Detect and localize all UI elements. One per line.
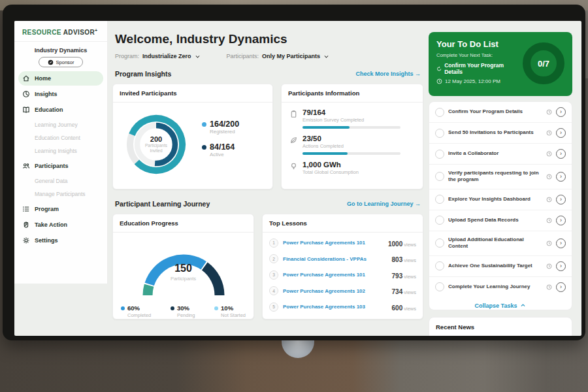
sidebar-item-label: Program <box>35 206 59 212</box>
dashboard-screen: RESOURCE ADVISOR+ Industry Dynamics Spon… <box>14 21 581 336</box>
survey-clipboard-icon <box>289 110 298 118</box>
open-task-button[interactable]: › <box>556 149 566 159</box>
sidebar-item-settings[interactable]: Settings <box>18 233 103 248</box>
todo-task-row[interactable]: Complete Your Learning Journey › <box>429 277 572 297</box>
section-title: Participant Learning Journey <box>115 200 210 208</box>
actions-progress-bar <box>302 152 400 155</box>
participants-dropdown[interactable]: Participants: Only My Participants <box>227 53 330 59</box>
todo-subtitle: Complete Your Next Task: <box>436 52 516 58</box>
pending-label: Pending <box>177 312 195 318</box>
lesson-row: 5 Power Purchase Agreements 103 600views <box>263 297 423 313</box>
chevron-up-icon <box>520 302 526 308</box>
arrow-right-icon: → <box>415 201 421 207</box>
clock-icon <box>546 284 552 290</box>
task-checkbox[interactable] <box>435 261 444 270</box>
pending-dot <box>171 306 174 310</box>
sidebar-item-participants[interactable]: Participants <box>18 159 103 173</box>
sidebar-item-learning-journey[interactable]: Learning Journey <box>18 118 103 131</box>
insights-icon <box>22 90 30 98</box>
open-task-button[interactable]: › <box>556 282 566 292</box>
lesson-link[interactable]: Financial Considerations - VPPAs <box>283 256 387 262</box>
sidebar-item-label: Education <box>35 106 63 113</box>
not-started-value: 10% <box>221 304 233 312</box>
stat-label: Emission Survey Completed <box>302 117 400 123</box>
active-label: Active <box>210 152 239 157</box>
sidebar-item-label: Take Action <box>35 221 67 228</box>
lesson-link[interactable]: Power Purchase Agreements 101 <box>283 272 387 278</box>
todo-summary-card: Your To Do List Complete Your Next Task:… <box>429 32 572 96</box>
lesson-rank: 5 <box>269 302 278 312</box>
lesson-rank: 2 <box>269 254 278 263</box>
open-task-button[interactable]: › <box>556 216 566 225</box>
todo-task-row[interactable]: Upload Spend Data Records › <box>429 210 572 231</box>
stat-value: 23/50 <box>302 135 400 142</box>
brand-left: RESOURCE <box>22 29 61 36</box>
todo-task-row[interactable]: Send 50 Invitations to Participants › <box>429 123 572 144</box>
open-task-button[interactable]: › <box>556 261 566 271</box>
open-task-button[interactable]: › <box>556 128 566 138</box>
sidebar-item-learning-insights[interactable]: Learning Insights <box>18 144 103 157</box>
sidebar-item-home[interactable]: Home <box>18 71 103 86</box>
views-count: 803 <box>392 256 403 263</box>
views-word: views <box>404 306 416 312</box>
task-checkbox[interactable] <box>435 216 444 225</box>
task-checkbox[interactable] <box>435 195 444 204</box>
task-checkbox[interactable] <box>435 172 444 181</box>
lesson-rank: 3 <box>269 270 278 280</box>
gear-icon <box>22 237 30 244</box>
not-started-dot <box>214 306 218 310</box>
page-title: Welcome, Industry Dynamics <box>115 32 429 46</box>
todo-task-row[interactable]: Achieve One Sustainability Target › <box>429 256 572 277</box>
stat-label: Total Global Consumption <box>302 169 359 175</box>
app-logo: RESOURCE ADVISOR+ <box>14 21 107 42</box>
check-more-insights-link[interactable]: Check More Insights → <box>355 71 421 77</box>
open-task-button[interactable]: › <box>556 107 566 117</box>
task-checkbox[interactable] <box>435 150 444 159</box>
clock-icon <box>546 174 552 180</box>
todo-task-row[interactable]: Confirm Your Program Details › <box>429 102 572 123</box>
active-value: 84/164 <box>210 142 235 152</box>
sidebar-item-take-action[interactable]: Take Action <box>18 218 103 232</box>
sidebar-nav: Home Insights Education Learning Journey… <box>14 71 107 248</box>
participants-value: Only My Participants <box>262 53 320 59</box>
lesson-row: 3 Power Purchase Agreements 101 793views <box>263 265 423 281</box>
go-to-learning-journey-link[interactable]: Go to Learning Journey → <box>347 201 421 207</box>
chevron-down-icon <box>195 54 201 59</box>
todo-task-row[interactable]: Verify participants requesting to join t… <box>429 165 572 189</box>
sidebar-item-general-data[interactable]: General Data <box>18 174 103 188</box>
take-action-hand-icon <box>22 221 30 229</box>
sidebar-item-label: Insights <box>35 91 57 97</box>
sidebar-item-education[interactable]: Education <box>18 103 103 117</box>
todo-progress-ring: 0/7 <box>523 42 564 84</box>
program-value: Industrialize Zero <box>142 53 191 59</box>
open-task-button[interactable]: › <box>556 172 566 182</box>
task-checkbox[interactable] <box>435 129 444 138</box>
lesson-link[interactable]: Power Purchase Agreements 102 <box>283 288 387 294</box>
clock-icon <box>546 263 552 269</box>
open-task-button[interactable]: › <box>556 195 566 204</box>
program-dropdown[interactable]: Program: Industrialize Zero <box>115 53 201 59</box>
lesson-link[interactable]: Power Purchase Agreements 101 <box>283 240 384 246</box>
lesson-link[interactable]: Power Purchase Agreements 103 <box>283 304 387 310</box>
education-book-icon <box>22 106 30 114</box>
todo-title: Your To Do List <box>436 39 516 49</box>
todo-task-row[interactable]: Upload Additional Educational Content › <box>429 231 572 256</box>
top-lessons-card: Top Lessons 1 Power Purchase Agreements … <box>262 214 423 319</box>
gauge-total: 150 <box>122 263 246 274</box>
main-content: Welcome, Industry Dynamics Program: Indu… <box>107 21 429 336</box>
task-checkbox[interactable] <box>435 108 444 117</box>
desk-background: RESOURCE ADVISOR+ Industry Dynamics Spon… <box>0 0 588 392</box>
chevron-down-icon <box>323 54 329 59</box>
sidebar-item-insights[interactable]: Insights <box>18 87 103 101</box>
sidebar-item-manage-participants[interactable]: Manage Participants <box>18 188 103 201</box>
todo-task-row[interactable]: Invite a Collaborator › <box>429 144 572 165</box>
collapse-tasks-link[interactable]: Collapse Tasks <box>429 297 572 310</box>
card-title: Top Lessons <box>263 214 423 233</box>
open-task-button[interactable]: › <box>556 238 566 248</box>
sidebar-item-program[interactable]: Program <box>18 202 103 216</box>
sidebar-item-education-content[interactable]: Education Content <box>18 131 103 144</box>
invited-legend: 164/200 Registered 84/164 Active <box>202 120 239 165</box>
task-checkbox[interactable] <box>435 282 444 291</box>
todo-task-row[interactable]: Explore Your Insights Dashboard › <box>429 189 572 210</box>
task-checkbox[interactable] <box>435 238 444 248</box>
